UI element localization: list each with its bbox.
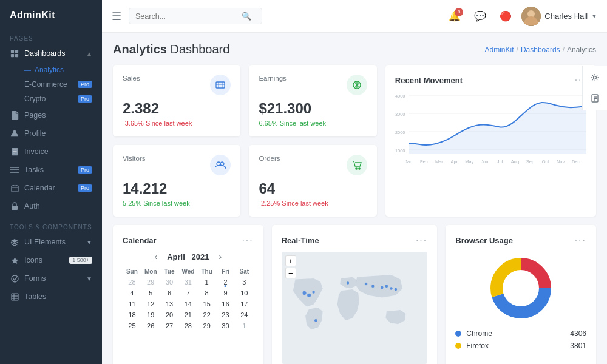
cal-cell[interactable]: 24: [235, 309, 254, 320]
cal-cell[interactable]: 20: [160, 309, 179, 320]
calendar-label: Calendar: [24, 184, 78, 192]
sidebar-item-ui-elements[interactable]: UI Elements ▼: [0, 233, 102, 251]
cal-cell[interactable]: 2: [216, 277, 235, 288]
page-title: Analytics Dashboard: [113, 42, 229, 56]
sidebar-item-tables[interactable]: Tables: [0, 288, 102, 306]
browser-usage-dots[interactable]: ···: [575, 235, 586, 246]
cal-cell[interactable]: 29: [141, 277, 160, 288]
firefox-dot: [455, 343, 461, 349]
recent-movement-card: Recent Movement ··· 4000 3000 2000 1000: [385, 65, 596, 217]
cal-cell[interactable]: 8: [197, 288, 216, 298]
user-chevron-icon: ▼: [591, 13, 597, 19]
cal-cell[interactable]: 10: [235, 288, 254, 298]
cal-prev-btn[interactable]: ‹: [155, 252, 158, 261]
content: Analytics Dashboard AdminKit / Dashboard…: [102, 33, 607, 364]
cal-cell[interactable]: 17: [235, 298, 254, 309]
cal-cell[interactable]: 29: [197, 320, 216, 331]
notifications-button[interactable]: 🔔 8: [445, 7, 464, 26]
realtime-title: Real-Time: [282, 236, 319, 245]
visitors-value: 14.212: [123, 180, 231, 197]
cal-cell[interactable]: 27: [160, 320, 179, 331]
sidebar-item-dashboards[interactable]: Dashboards ▲: [0, 44, 102, 62]
sidebar-item-calendar[interactable]: Calendar Pro: [0, 179, 102, 197]
breadcrumb-dashboards[interactable]: Dashboards: [521, 46, 560, 54]
search-input[interactable]: [135, 12, 242, 21]
sidebar-item-crypto[interactable]: Crypto Pro: [15, 92, 102, 106]
realtime-dots[interactable]: ···: [416, 235, 427, 246]
hamburger-button[interactable]: ☰: [112, 10, 121, 23]
cal-cell[interactable]: 28: [178, 320, 197, 331]
cal-header-wed: Wed: [178, 266, 197, 277]
sidebar-item-ecommerce[interactable]: E-Commerce Pro: [15, 77, 102, 92]
cal-cell[interactable]: 11: [123, 298, 141, 309]
cal-cell[interactable]: 21: [178, 309, 197, 320]
cal-cell[interactable]: 28: [123, 277, 141, 288]
calendar-dots[interactable]: ···: [242, 235, 253, 246]
cal-cell[interactable]: 23: [216, 309, 235, 320]
profile-label: Profile: [24, 129, 46, 138]
invoice-label: Invoice: [24, 147, 49, 156]
cal-cell[interactable]: 14: [178, 298, 197, 309]
cal-cell[interactable]: 1: [197, 277, 216, 288]
cal-cell[interactable]: 15: [197, 298, 216, 309]
cal-cell[interactable]: 12: [141, 298, 160, 309]
ui-elements-label: UI Elements: [24, 238, 86, 246]
sidebar-item-profile[interactable]: Profile: [0, 124, 102, 143]
cal-cell[interactable]: 9: [216, 288, 235, 298]
svg-marker-17: [11, 257, 18, 263]
cal-cell[interactable]: 22: [197, 309, 216, 320]
sidebar-item-label: Dashboards: [24, 49, 86, 58]
svg-rect-3: [15, 54, 18, 57]
cal-header-thu: Thu: [197, 266, 216, 277]
cal-cell[interactable]: 16: [216, 298, 235, 309]
line-chart: 4000 3000 2000 1000 Jan Feb Ma: [395, 90, 586, 178]
cal-cell[interactable]: 30: [160, 277, 179, 288]
cal-cell[interactable]: 4: [123, 288, 141, 298]
cal-cell[interactable]: 25: [123, 320, 141, 331]
sidebar-item-pages[interactable]: Pages: [0, 106, 102, 124]
user-icon: [10, 129, 19, 138]
stats-chart-row: Sales 2.382 -3.65% Since last week Earni…: [113, 65, 596, 217]
settings-panel-btn[interactable]: [586, 69, 603, 86]
book-panel-btn[interactable]: [586, 90, 603, 107]
sidebar-item-invoice[interactable]: Invoice: [0, 143, 102, 161]
sidebar-item-analytics[interactable]: — Analytics: [15, 62, 102, 77]
browser-legend: Chrome 4306 Firefox 3801: [455, 329, 586, 350]
sidebar-item-icons[interactable]: Icons 1,500+: [0, 251, 102, 269]
user-menu[interactable]: Charles Hall ▼: [521, 7, 597, 26]
sidebar-item-forms[interactable]: Forms ▼: [0, 269, 102, 288]
cal-cell[interactable]: 6: [160, 288, 179, 298]
cal-cell[interactable]: 26: [141, 320, 160, 331]
cal-cell[interactable]: 18: [123, 309, 141, 320]
side-panel: [582, 66, 607, 110]
pages-label: Pages: [24, 111, 46, 120]
visitors-change: 5.25% Since last week: [123, 200, 231, 207]
cal-cell[interactable]: 31: [178, 277, 197, 288]
map-zoom-in[interactable]: +: [285, 255, 296, 266]
chevron-down-icon2: ▼: [86, 275, 92, 282]
map-zoom-out[interactable]: −: [285, 268, 296, 278]
dash-icon: —: [24, 66, 31, 73]
cal-cell[interactable]: 30: [216, 320, 235, 331]
messages-button[interactable]: 💬: [470, 7, 490, 26]
cal-cell[interactable]: 13: [160, 298, 179, 309]
icons-label: Icons: [24, 256, 69, 265]
chevron-up-icon: ▲: [86, 50, 92, 57]
svg-text:Jun: Jun: [481, 159, 488, 164]
visitors-label: Visitors: [123, 155, 146, 162]
sidebar-item-auth[interactable]: Auth: [0, 197, 102, 215]
svg-rect-0: [11, 50, 14, 53]
orders-label: Orders: [259, 155, 280, 162]
cal-cell[interactable]: 5: [141, 288, 160, 298]
cal-cell[interactable]: 19: [141, 309, 160, 320]
forms-label: Forms: [24, 274, 86, 283]
pro-badge-ecommerce: Pro: [78, 81, 92, 88]
alerts-button[interactable]: 🔴: [496, 7, 515, 26]
cal-cell[interactable]: 7: [178, 288, 197, 298]
cal-next-btn[interactable]: ›: [219, 252, 222, 261]
svg-rect-19: [12, 294, 18, 300]
sidebar-item-tasks[interactable]: Tasks Pro: [0, 161, 102, 179]
cal-cell[interactable]: 3: [235, 277, 254, 288]
cal-cell[interactable]: 1: [235, 320, 254, 331]
breadcrumb-adminkit[interactable]: AdminKit: [485, 46, 514, 54]
